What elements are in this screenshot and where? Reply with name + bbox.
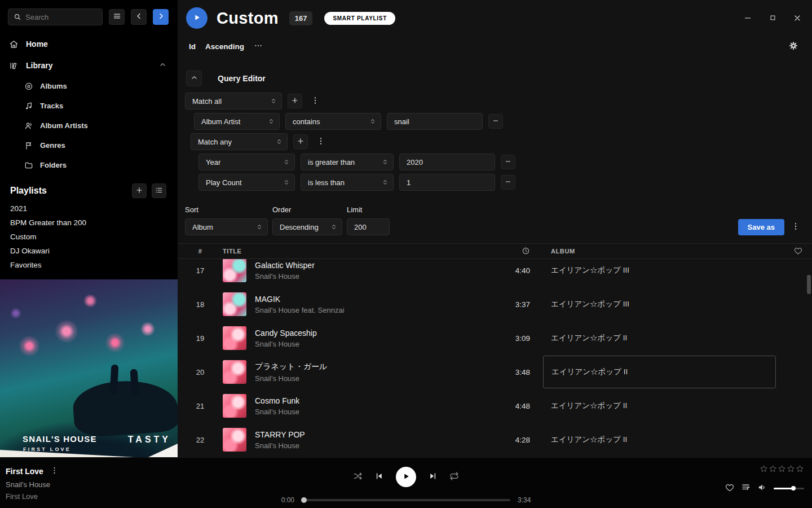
sidebar-item-library[interactable]: Library: [0, 55, 178, 76]
repeat-button[interactable]: [449, 471, 459, 483]
sidebar-item-folders[interactable]: Folders: [0, 155, 178, 175]
column-header-duration[interactable]: [491, 244, 547, 259]
maximize-button[interactable]: [765, 12, 780, 25]
track-artwork[interactable]: [223, 394, 246, 418]
sort-field-button[interactable]: Id: [189, 42, 196, 51]
sort-select[interactable]: Album: [185, 218, 268, 235]
order-select[interactable]: Descending: [272, 218, 342, 235]
settings-button[interactable]: [788, 41, 798, 52]
match-type-select[interactable]: Match all: [185, 93, 282, 110]
column-header-album[interactable]: ALBUM: [547, 244, 784, 259]
sidebar-item-home[interactable]: Home: [0, 33, 178, 55]
rule-operator-select[interactable]: is greater than: [301, 154, 394, 170]
next-button[interactable]: [428, 471, 438, 483]
volume-button[interactable]: [757, 483, 767, 494]
column-header-favorite[interactable]: [784, 244, 812, 259]
rule-operator-select[interactable]: is less than: [301, 174, 394, 191]
save-as-button[interactable]: Save as: [738, 219, 784, 235]
previous-button[interactable]: [374, 471, 384, 483]
now-playing-title: First Love: [6, 467, 43, 476]
seek-slider[interactable]: [302, 499, 510, 501]
volume-handle[interactable]: [791, 486, 796, 491]
star-icon[interactable]: [787, 465, 795, 475]
group-match-type-select[interactable]: Match any: [191, 133, 288, 150]
rule-field-select[interactable]: Album Artist: [194, 113, 280, 130]
tracks-icon: [24, 102, 33, 111]
table-row[interactable]: 22 STARRY POP Snail's House 4:28 エイリアン☆ポ…: [178, 423, 812, 457]
favorite-button[interactable]: [725, 483, 734, 494]
table-row[interactable]: 20 プラネット・ガール Snail's House 3:48 エイリアン☆ポッ…: [178, 355, 812, 389]
rule-value-input[interactable]: [399, 174, 495, 191]
minimize-button[interactable]: [740, 12, 756, 25]
sidebar-item-albums[interactable]: Albums: [0, 76, 178, 96]
rule-value-input[interactable]: [399, 154, 495, 170]
add-rule-button[interactable]: [288, 94, 302, 108]
remove-rule-button[interactable]: [488, 114, 503, 129]
rule-operator-select[interactable]: contains: [285, 113, 381, 130]
seek-handle[interactable]: [301, 497, 307, 503]
play-playlist-button[interactable]: [186, 7, 208, 29]
track-menu-button[interactable]: [50, 466, 59, 476]
playlist-item[interactable]: BPM Greater than 200: [0, 216, 178, 230]
table-row[interactable]: 18 MAGIK Snail's House feat. Sennzai 3:3…: [178, 287, 812, 321]
nav-back-button[interactable]: [131, 9, 147, 25]
star-icon[interactable]: [760, 465, 768, 475]
sidebar-item-tracks[interactable]: Tracks: [0, 96, 178, 116]
sort-direction-button[interactable]: Ascending: [205, 42, 244, 51]
scrollbar-thumb[interactable]: [807, 275, 811, 294]
remove-rule-button[interactable]: [501, 175, 515, 190]
add-playlist-button[interactable]: [132, 183, 147, 198]
track-duration: 3:37: [491, 300, 547, 309]
clock-icon: [522, 247, 530, 256]
play-pause-button[interactable]: [396, 467, 416, 487]
track-artwork[interactable]: [223, 360, 246, 384]
shuffle-button[interactable]: [353, 471, 363, 483]
rating-stars[interactable]: [760, 465, 804, 475]
nav-forward-button[interactable]: [153, 9, 169, 25]
playlist-item[interactable]: Custom: [0, 230, 178, 244]
playlist-item[interactable]: DJ Okawari: [0, 244, 178, 258]
close-button[interactable]: [789, 12, 805, 25]
star-icon[interactable]: [778, 465, 786, 475]
track-artwork[interactable]: [223, 292, 246, 316]
collapse-query-editor-button[interactable]: [186, 71, 202, 86]
more-options-button[interactable]: [254, 41, 263, 52]
artwork-detail: [148, 444, 178, 457]
search-input[interactable]: [25, 13, 97, 21]
rule-field-select[interactable]: Play Count: [198, 174, 295, 191]
playlist-options-button[interactable]: [152, 183, 166, 198]
playlist-item[interactable]: Favorites: [0, 258, 178, 272]
table-row[interactable]: 19 Candy Spaceship Snail's House 3:09 エイ…: [178, 321, 812, 355]
playlist-item-label: Favorites: [10, 261, 42, 269]
menu-button[interactable]: [109, 9, 125, 25]
column-header-title[interactable]: TITLE: [223, 244, 491, 259]
track-artist: Snail's House: [255, 408, 299, 416]
rule-field-select[interactable]: Year: [198, 154, 295, 170]
queue-button[interactable]: [741, 483, 751, 494]
track-artwork[interactable]: [223, 326, 246, 350]
sidebar-item-genres[interactable]: Genres: [0, 135, 178, 155]
limit-input[interactable]: [347, 218, 390, 235]
select-value: Album Artist: [201, 117, 240, 126]
volume-slider[interactable]: [774, 488, 804, 489]
save-menu-button[interactable]: [788, 220, 803, 235]
rule-group-menu-button[interactable]: [308, 94, 323, 108]
track-index: 17: [178, 266, 223, 275]
track-artwork[interactable]: [223, 428, 246, 452]
rule-value-input[interactable]: [387, 113, 483, 130]
star-icon[interactable]: [769, 465, 777, 475]
track-album-focused[interactable]: エイリアン☆ポップ II: [543, 356, 776, 388]
search-box[interactable]: [8, 8, 103, 25]
star-icon[interactable]: [796, 465, 804, 475]
table-row[interactable]: 17 Galactic Whisper Snail's House 4:40 エ…: [178, 259, 812, 287]
sidebar-item-album-artists[interactable]: Album Artists: [0, 116, 178, 135]
track-artwork[interactable]: [223, 259, 246, 282]
add-group-rule-button[interactable]: [293, 134, 308, 149]
playlist-item[interactable]: 2021: [0, 202, 178, 216]
track-album: エイリアン☆ポップ III: [547, 287, 784, 321]
group-menu-button[interactable]: [314, 134, 328, 149]
sort-label: Sort: [185, 205, 268, 214]
column-header-index[interactable]: #: [178, 244, 223, 259]
remove-rule-button[interactable]: [501, 155, 515, 169]
table-row[interactable]: 21 Cosmo Funk Snail's House 4:48 エイリアン☆ポ…: [178, 389, 812, 423]
